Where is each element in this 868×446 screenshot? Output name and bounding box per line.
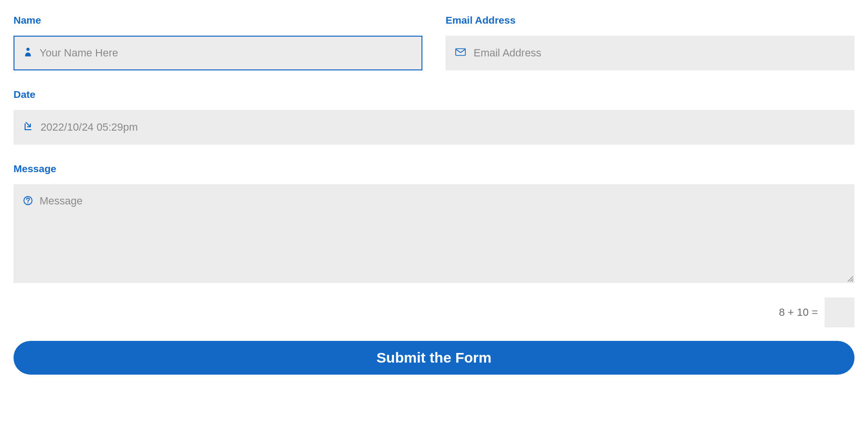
name-input[interactable]: [40, 37, 412, 69]
user-icon: [24, 47, 32, 59]
message-label: Message: [14, 163, 854, 175]
date-input-wrap[interactable]: [14, 110, 854, 145]
email-input-wrap[interactable]: [446, 36, 854, 70]
message-textarea[interactable]: [40, 195, 845, 272]
resize-handle-icon[interactable]: [847, 275, 854, 282]
mail-icon: [455, 48, 466, 58]
svg-rect-1: [456, 49, 465, 55]
message-input-wrap[interactable]: [14, 184, 854, 283]
date-label: Date: [14, 89, 854, 100]
name-label: Name: [14, 14, 422, 26]
question-circle-icon: [23, 196, 33, 272]
email-input[interactable]: [474, 36, 845, 70]
name-field-group: Name: [14, 14, 422, 70]
svg-line-6: [852, 281, 853, 282]
name-input-wrap[interactable]: [14, 36, 422, 70]
row-name-email: Name Email Address: [14, 14, 854, 70]
captcha-input[interactable]: [825, 297, 854, 327]
date-input[interactable]: [41, 110, 845, 145]
svg-line-4: [848, 276, 853, 282]
contact-form: Name Email Address: [14, 14, 854, 375]
email-field-group: Email Address: [446, 14, 854, 70]
arrow-box-icon: [23, 122, 33, 133]
message-field-group: Message: [14, 163, 854, 283]
captcha-row: 8 + 10 =: [14, 297, 854, 327]
svg-point-3: [27, 203, 28, 203]
submit-button[interactable]: Submit the Form: [14, 341, 854, 375]
captcha-question: 8 + 10 =: [779, 306, 818, 319]
svg-point-0: [27, 48, 30, 51]
email-label: Email Address: [446, 14, 854, 26]
date-field-group: Date: [14, 89, 854, 145]
